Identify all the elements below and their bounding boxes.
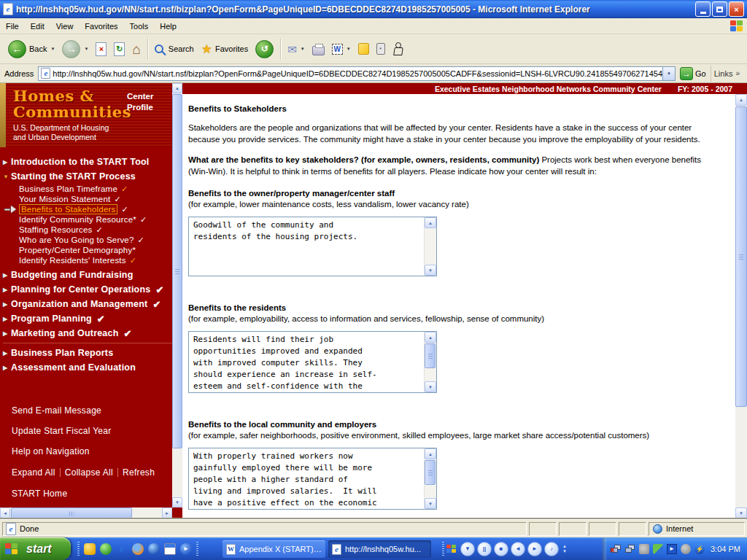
- sidebar-item-identify-community-resource[interactable]: Identify Community Resource* ✓: [3, 214, 172, 225]
- toolbar-grip[interactable]: [442, 542, 444, 556]
- sidebar-section-starting[interactable]: ▼ Starting the START Process: [3, 171, 172, 182]
- back-dropdown-icon[interactable]: ▼: [50, 47, 55, 51]
- stop-button[interactable]: ×: [92, 36, 110, 61]
- sidebar-link-expand-all[interactable]: Expand All: [12, 467, 55, 478]
- sidebar-item-your-mission-statement[interactable]: Your Mission Statement ✓: [3, 194, 172, 204]
- sidebar-item-who-are-you-going-to-serve[interactable]: Who are You Going to Serve? ✓: [3, 235, 172, 245]
- sidebar-horizontal-scrollbar[interactable]: ◄ ►: [0, 508, 172, 519]
- go-button[interactable]: → Go: [676, 67, 711, 80]
- scroll-thumb[interactable]: [425, 343, 436, 368]
- links-button[interactable]: Links »: [711, 66, 746, 82]
- scroll-down-button[interactable]: ▼: [425, 498, 436, 509]
- scroll-down-button[interactable]: ▼: [425, 265, 436, 276]
- menu-tools[interactable]: Tools: [124, 20, 155, 33]
- back-button[interactable]: ← Back ▼: [4, 36, 58, 61]
- scroll-up-button[interactable]: ▲: [735, 94, 747, 106]
- refresh-button[interactable]: ↻: [110, 36, 128, 61]
- mail-dropdown-icon[interactable]: ▼: [301, 47, 305, 51]
- media-player-icon[interactable]: ►: [180, 543, 192, 555]
- messenger-tray-icon[interactable]: ⚡: [694, 544, 705, 554]
- center-profile-link[interactable]: Center Profile: [127, 91, 153, 113]
- history-button[interactable]: ↺: [252, 36, 277, 61]
- forward-dropdown-icon[interactable]: ▼: [84, 47, 88, 51]
- wmp-volume-button[interactable]: ♪: [544, 542, 559, 556]
- home-button[interactable]: ⌂: [128, 36, 144, 61]
- update-icon[interactable]: [653, 544, 663, 554]
- sidebar-vertical-scrollbar[interactable]: ▲ ▼: [172, 83, 182, 508]
- wmp-pause-button[interactable]: ||: [477, 542, 492, 556]
- scroll-right-button[interactable]: ►: [162, 508, 172, 519]
- maximize-button[interactable]: [712, 1, 727, 17]
- menu-view[interactable]: View: [50, 20, 80, 33]
- wmp-next-button[interactable]: ►: [527, 542, 542, 556]
- sidebar-section-business-plan-reports[interactable]: ▶ Business Plan Reports: [3, 347, 172, 359]
- sidebar-section-program-planning[interactable]: ▶ Program Planning ✔: [3, 313, 172, 324]
- sidebar-section-organization-management[interactable]: ▶ Organization and Management ✔: [3, 298, 172, 310]
- textarea-scrollbar[interactable]: ▲ ▼: [424, 332, 436, 392]
- taskbar-task-word[interactable]: W Appendix X (START) ...: [222, 540, 325, 558]
- scroll-thumb[interactable]: [425, 460, 436, 485]
- mail-button[interactable]: ✉ ▼: [284, 36, 309, 61]
- sidebar-section-assessment-evaluation[interactable]: ▶ Assessment and Evaluation: [3, 362, 172, 373]
- address-input[interactable]: [53, 68, 662, 79]
- close-button[interactable]: ×: [729, 1, 744, 17]
- scroll-thumb[interactable]: [735, 106, 747, 407]
- scroll-up-button[interactable]: ▲: [425, 332, 436, 343]
- internet-explorer-icon[interactable]: e: [116, 543, 128, 555]
- main-vertical-scrollbar[interactable]: ▲ ▼: [735, 94, 747, 519]
- wmp-dropdown-button[interactable]: ▼: [460, 542, 475, 556]
- minimize-button[interactable]: [695, 1, 711, 17]
- firefox-icon[interactable]: [132, 543, 144, 555]
- messenger-button[interactable]: [389, 36, 406, 61]
- wmp-previous-button[interactable]: ◄: [511, 542, 525, 556]
- quicksilver-icon[interactable]: [148, 543, 160, 555]
- address-dropdown-button[interactable]: ▼: [662, 67, 675, 80]
- scroll-up-button[interactable]: ▲: [425, 217, 436, 228]
- sidebar-link-start-home[interactable]: START Home: [12, 489, 172, 500]
- scroll-thumb[interactable]: [11, 508, 132, 519]
- forward-button[interactable]: → ▼: [58, 36, 92, 61]
- textarea-scrollbar[interactable]: ▲ ▼: [424, 448, 436, 509]
- start-button[interactable]: start: [0, 537, 71, 560]
- owner-benefits-textarea[interactable]: Goodwill of the community and residents …: [189, 217, 424, 276]
- volume-icon[interactable]: [639, 544, 649, 554]
- print-button[interactable]: [309, 36, 328, 61]
- research-button[interactable]: *: [373, 36, 389, 61]
- sidebar-link-send-email[interactable]: Send E-mail Message: [12, 405, 172, 417]
- scroll-thumb[interactable]: [172, 94, 182, 448]
- textarea-scrollbar[interactable]: ▲ ▼: [424, 217, 436, 276]
- sidebar-item-identify-residents-interests[interactable]: Identify Residents' Interests ✓: [3, 255, 172, 265]
- scroll-down-button[interactable]: ▼: [425, 381, 436, 392]
- taskbar-clock[interactable]: 3:04 PM: [711, 545, 740, 553]
- sidebar-link-refresh[interactable]: Refresh: [123, 467, 155, 478]
- wmp-restore-controls[interactable]: ▲ ▼: [562, 544, 567, 553]
- aim-icon[interactable]: [84, 543, 96, 555]
- network-icon[interactable]: [625, 544, 635, 554]
- discuss-button[interactable]: [355, 36, 373, 61]
- wmp-stop-button[interactable]: ■: [494, 542, 508, 556]
- scroll-up-button[interactable]: ▲: [425, 448, 436, 459]
- sidebar-item-staffing-resources[interactable]: Staffing Resources ✓: [3, 225, 172, 235]
- menu-help[interactable]: Help: [154, 20, 182, 33]
- menu-favorites[interactable]: Favorites: [79, 20, 123, 33]
- system-icon[interactable]: [681, 544, 691, 554]
- sidebar-link-collapse-all[interactable]: Collapse All: [65, 467, 113, 478]
- sidebar-item-benefits-to-stakeholders[interactable]: Benefits to Stakeholders ✓: [3, 204, 172, 214]
- sidebar-section-marketing-outreach[interactable]: ▶ Marketing and Outreach ✔: [3, 327, 172, 339]
- scroll-down-button[interactable]: ▼: [172, 497, 182, 508]
- taskbar-task-ie-active[interactable]: e http://lnshhq05w.hu...: [328, 540, 431, 558]
- calendar-icon[interactable]: [164, 543, 176, 555]
- media-play-icon[interactable]: ►: [667, 544, 677, 554]
- sidebar-section-budgeting[interactable]: ▶ Budgeting and Fundraising: [3, 269, 172, 281]
- favorites-button[interactable]: ★ Favorites: [198, 36, 252, 61]
- scroll-left-button[interactable]: ◄: [0, 508, 10, 519]
- sidebar-item-business-plan-timeframe[interactable]: Business Plan Timeframe ✓: [3, 184, 172, 194]
- community-benefits-textarea[interactable]: With properly trained workers now gainfu…: [189, 448, 424, 509]
- search-button[interactable]: Search: [151, 36, 198, 61]
- sidebar-item-property-center-demography[interactable]: Property/Center Demography*: [3, 245, 172, 255]
- toolbar-grip[interactable]: [196, 542, 198, 556]
- sidebar-section-introduction[interactable]: ▶ Introduction to the START Tool: [3, 156, 172, 168]
- menu-file[interactable]: File: [0, 20, 25, 33]
- sidebar-section-planning-operations[interactable]: ▶ Planning for Center Operations ✔: [3, 284, 172, 295]
- menu-edit[interactable]: Edit: [25, 20, 50, 33]
